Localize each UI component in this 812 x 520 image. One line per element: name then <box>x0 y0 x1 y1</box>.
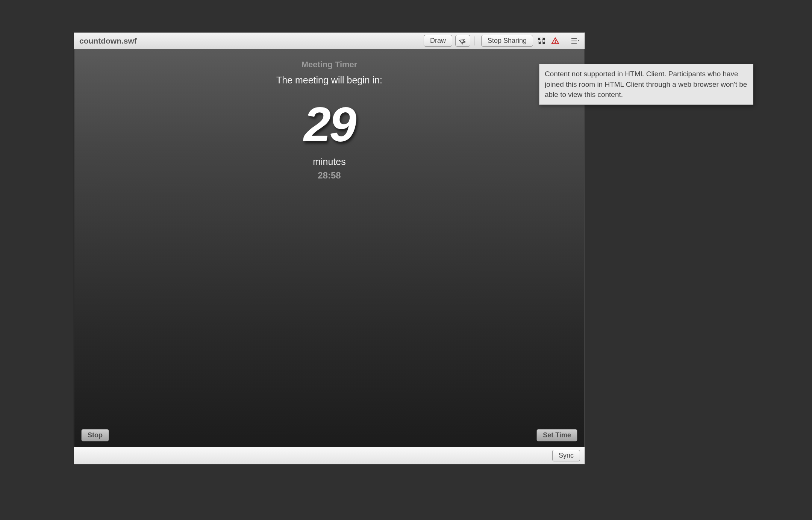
pointer-button[interactable] <box>455 35 470 47</box>
stop-button[interactable]: Stop <box>81 429 109 441</box>
pointer-icon <box>459 37 467 45</box>
separator <box>474 36 474 45</box>
draw-button[interactable]: Draw <box>424 35 452 47</box>
warning-icon[interactable] <box>550 36 560 46</box>
pod-menu-icon[interactable] <box>570 36 581 46</box>
warning-tooltip: Content not supported in HTML Client. Pa… <box>539 64 753 105</box>
sync-button[interactable]: Sync <box>552 450 580 461</box>
timer-clock: 28:58 <box>74 170 584 181</box>
footer-bar: Sync <box>74 447 585 464</box>
separator <box>564 36 564 45</box>
timer-subtitle: The meeting will begin in: <box>74 75 584 86</box>
timer-title: Meeting Timer <box>74 49 584 70</box>
flash-content-area: Meeting Timer The meeting will begin in:… <box>74 49 585 447</box>
set-time-button[interactable]: Set Time <box>536 429 577 441</box>
fullscreen-icon[interactable] <box>537 36 547 46</box>
share-pod-window: countdown.swf Draw Stop Sharing <box>74 32 585 464</box>
timer-minutes-number: 29 <box>74 96 584 153</box>
stop-sharing-button[interactable]: Stop Sharing <box>481 35 533 47</box>
svg-point-1 <box>555 42 555 42</box>
titlebar: countdown.swf Draw Stop Sharing <box>74 33 585 49</box>
timer-unit-label: minutes <box>74 156 584 167</box>
file-name: countdown.swf <box>79 36 137 45</box>
